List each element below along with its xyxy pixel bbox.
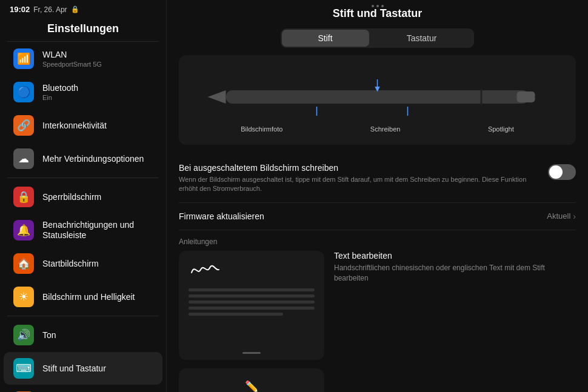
tabs-container: Stift Tastatur [281, 28, 475, 48]
sidebar-item-wlan[interactable]: 📶WLANSpeedportSmart 5G [4, 42, 162, 75]
benachrichtigungen-icon: 🔔 [13, 220, 34, 241]
stift-icon: ⌨ [13, 358, 34, 379]
guide-title: Text bearbeiten [334, 251, 576, 261]
sperrbildschirm-icon: 🔒 [13, 187, 34, 207]
write-screen-off-title: Bei ausgeschaltetem Bildschirm schreiben [179, 163, 541, 173]
guide-description: Text bearbeiten Handschriftlichen chines… [334, 251, 576, 284]
bildschirm-icon: ☀ [13, 287, 34, 307]
main-title: Stift und Tastatur [179, 7, 576, 20]
guide-card-inner [179, 251, 324, 360]
sidebar-item-hintergrund[interactable]: 🖼Hintergrundbild [4, 385, 162, 392]
write-screen-off-desc: Wenn der Bildschirm ausgeschaltet ist, t… [179, 175, 541, 194]
svg-rect-3 [481, 88, 483, 105]
firmware-row[interactable]: Firmware aktualisieren Aktuell › [179, 203, 576, 230]
svg-marker-2 [208, 90, 226, 104]
dot3 [381, 5, 384, 7]
sidebar-item-interkonnektivitaet[interactable]: 🔗Interkonnektivität [4, 109, 162, 142]
dot1 [372, 5, 374, 7]
bildschirm-label: Bildschirm und Helligkeit [42, 292, 153, 302]
tab-tastatur[interactable]: Tastatur [370, 30, 473, 47]
main-content: Stift und Tastatur Stift Tastatur [167, 0, 588, 392]
sidebar-item-startbildschirm[interactable]: 🏠Startbildschirm [4, 247, 162, 280]
write-screen-off-toggle[interactable] [548, 164, 576, 180]
sidebar-item-bluetooth[interactable]: 🔵BluetoothEin [4, 76, 162, 108]
guide-line-2 [189, 294, 315, 297]
stylus-illustration [197, 73, 558, 122]
ton-label: Ton [42, 330, 153, 341]
second-guide-card[interactable]: ✏️ [179, 368, 324, 392]
wlan-sub: SpeedportSmart 5G [42, 61, 153, 68]
wlan-label: WLAN [42, 50, 153, 60]
tabs-row: Stift Tastatur [179, 28, 576, 48]
bluetooth-icon: 🔵 [13, 82, 34, 102]
sidebar-item-sperrbildschirm[interactable]: 🔒Sperrbildschirm [4, 181, 162, 213]
write-screen-off-text: Bei ausgeschaltetem Bildschirm schreiben… [179, 163, 541, 194]
sidebar-item-ton[interactable]: 🔊Ton [4, 319, 162, 351]
sidebar-item-benachrichtigungen[interactable]: 🔔Benachrichtigungen und Statusleiste [4, 214, 162, 247]
bluetooth-sub: Ein [42, 94, 153, 101]
firmware-title: Firmware aktualisieren [179, 211, 264, 221]
stylus-diagram: Bildschirmfoto Schreiben Spotlight [179, 55, 576, 145]
interkonnektivitaet-label: Interkonnektivität [42, 121, 153, 131]
guide-dot [242, 352, 261, 354]
second-card-area: ✏️ [179, 368, 576, 392]
verbindungsoptionen-icon: ☁ [13, 148, 34, 169]
squiggle-icon [189, 261, 315, 282]
sidebar-group-divider [7, 178, 159, 178]
tab-stift[interactable]: Stift [282, 30, 369, 47]
guides-label: Anleitungen [179, 238, 576, 246]
guide-line-1 [189, 288, 315, 291]
write-screen-off-row: Bei ausgeschaltetem Bildschirm schreiben… [179, 154, 576, 203]
firmware-chevron-icon: › [573, 211, 576, 221]
verbindungsoptionen-label: Mehr Verbindungsoptionen [42, 154, 153, 164]
guide-lines [189, 288, 315, 316]
sidebar-title: Einstellungen [0, 18, 166, 41]
firmware-status-area[interactable]: Aktuell › [547, 211, 576, 221]
startbildschirm-icon: 🏠 [13, 253, 34, 274]
sidebar-header: 19:02 Fr, 26. Apr 🔒 [0, 0, 166, 18]
sidebar-item-bildschirm[interactable]: ☀Bildschirm und Helligkeit [4, 281, 162, 313]
benachrichtigungen-label: Benachrichtigungen und Statusleiste [42, 220, 153, 241]
status-date: Fr, 26. Apr [33, 5, 67, 14]
sidebar-item-stift[interactable]: ⌨Stift und Tastatur [4, 352, 162, 385]
bluetooth-label: Bluetooth [42, 83, 153, 93]
lock-icon: 🔒 [71, 5, 79, 13]
label-bildschirmfoto: Bildschirmfoto [241, 125, 282, 133]
main-scroll: Bildschirmfoto Schreiben Spotlight Bei a… [167, 55, 588, 392]
startbildschirm-label: Startbildschirm [42, 259, 153, 269]
sidebar: 19:02 Fr, 26. Apr 🔒 Einstellungen 📶WLANS… [0, 0, 167, 392]
ton-icon: 🔊 [13, 325, 34, 345]
stift-label: Stift und Tastatur [42, 364, 153, 374]
wlan-icon: 📶 [13, 48, 34, 69]
sperrbildschirm-label: Sperrbildschirm [42, 192, 153, 202]
more-options-dots[interactable] [372, 5, 384, 7]
stylus-labels: Bildschirmfoto Schreiben Spotlight [197, 125, 558, 133]
guide-card-text-bearbeiten[interactable] [179, 251, 324, 360]
label-spotlight: Spotlight [488, 125, 514, 133]
svg-rect-0 [226, 90, 529, 104]
pencil-icon: ✏️ [245, 380, 258, 392]
stylus-svg [197, 73, 558, 122]
sidebar-items: 📶WLANSpeedportSmart 5G🔵BluetoothEin🔗Inte… [0, 42, 166, 392]
guide-line-4 [189, 307, 315, 310]
label-schreiben: Schreiben [370, 125, 401, 133]
guide-desc: Handschriftlichen chinesischen oder engl… [334, 263, 576, 284]
firmware-status: Aktuell [547, 211, 570, 221]
status-time: 19:02 [10, 5, 30, 14]
toggle-knob [549, 165, 563, 179]
sidebar-group-divider [7, 316, 159, 316]
sidebar-item-verbindungsoptionen[interactable]: ☁Mehr Verbindungsoptionen [4, 142, 162, 175]
status-bar: 19:02 Fr, 26. Apr 🔒 [10, 5, 79, 14]
guides-cards: Text bearbeiten Handschriftlichen chines… [179, 251, 576, 360]
guide-line-5 [189, 313, 283, 316]
main-header: Stift und Tastatur [167, 0, 588, 25]
guide-line-3 [189, 301, 315, 304]
interkonnektivitaet-icon: 🔗 [13, 115, 34, 136]
svg-rect-1 [517, 91, 535, 102]
dot2 [376, 5, 379, 7]
handwriting-svg [189, 261, 225, 279]
